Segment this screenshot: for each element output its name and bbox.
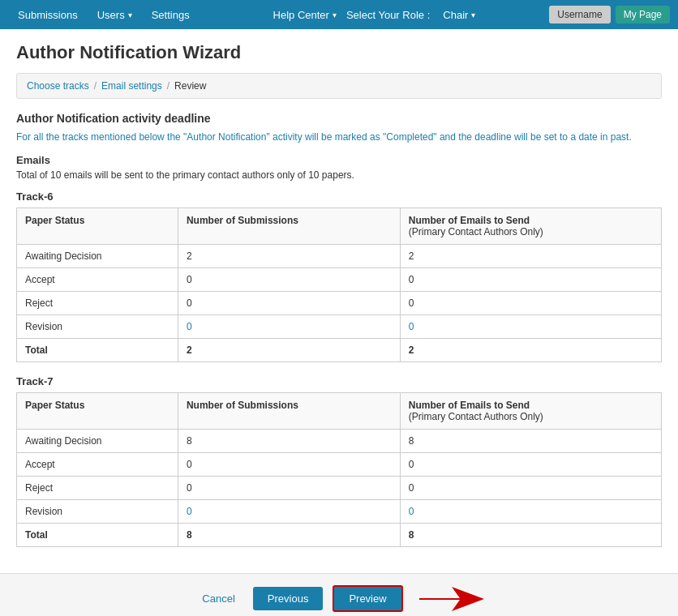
my-page-button[interactable]: My Page (616, 6, 670, 24)
page-title: Author Notification Wizard (16, 42, 662, 63)
track-6-col-emails: Number of Emails to Send(Primary Contact… (400, 208, 661, 245)
svg-marker-0 (419, 587, 484, 611)
table-row: Revision 0 0 (17, 315, 662, 339)
step-choose-tracks[interactable]: Choose tracks (27, 80, 89, 92)
table-row: Accept 0 0 (17, 268, 662, 292)
table-row: Revision 0 0 (17, 500, 662, 524)
nav-help-center[interactable]: Help Center ▾ (264, 0, 346, 29)
step-review: Review (174, 80, 206, 92)
avatar-button[interactable]: Username (549, 6, 610, 24)
step-email-settings[interactable]: Email settings (101, 80, 162, 92)
table-row: Reject 0 0 (17, 292, 662, 315)
activity-deadline-info: For all the tracks mentioned below the "… (16, 130, 662, 144)
table-row-total: Total 8 8 (17, 524, 662, 547)
emails-summary: Total of 10 emails will be sent to the p… (16, 169, 662, 181)
table-row: Accept 0 0 (17, 453, 662, 477)
table-row: Reject 0 0 (17, 477, 662, 500)
nav-submissions[interactable]: Submissions (8, 0, 88, 29)
track-7-col-emails: Number of Emails to Send(Primary Contact… (400, 393, 661, 430)
nav-role-label: Select Your Role : (346, 9, 433, 21)
track-6-col-submissions: Number of Submissions (178, 208, 400, 245)
table-row: Awaiting Decision 8 8 (17, 430, 662, 453)
nav-chair[interactable]: Chair ▾ (433, 0, 485, 29)
track-6-col-status: Paper Status (17, 208, 178, 245)
users-caret-icon: ▾ (128, 11, 132, 19)
page-footer: Cancel Previous Preview (0, 573, 678, 616)
steps-bar: Choose tracks / Email settings / Review (16, 73, 662, 99)
arrow-indicator (419, 587, 484, 611)
navbar: Submissions Users ▾ Settings Help Center… (0, 0, 678, 29)
track-7-table: Paper Status Number of Submissions Numbe… (16, 392, 662, 547)
table-row-total: Total 2 2 (17, 339, 662, 362)
nav-settings[interactable]: Settings (142, 0, 200, 29)
page-content: Author Notification Wizard Choose tracks… (0, 29, 678, 573)
step-sep-1: / (94, 80, 97, 92)
navbar-right: Username My Page (549, 6, 670, 24)
help-caret-icon: ▾ (333, 11, 337, 19)
step-sep-2: / (167, 80, 170, 92)
chair-caret-icon: ▾ (471, 11, 475, 19)
track-7-label: Track-7 (16, 375, 662, 387)
activity-deadline-heading: Author Notification activity deadline (16, 112, 662, 125)
table-row: Awaiting Decision 2 2 (17, 245, 662, 268)
cancel-button[interactable]: Cancel (194, 588, 242, 610)
track-6-label: Track-6 (16, 190, 662, 203)
nav-users[interactable]: Users ▾ (88, 0, 142, 29)
track-6-table: Paper Status Number of Submissions Numbe… (16, 207, 662, 362)
preview-button[interactable]: Preview (333, 585, 402, 612)
track-7-col-submissions: Number of Submissions (178, 393, 400, 430)
previous-button[interactable]: Previous (253, 587, 324, 610)
emails-heading: Emails (16, 154, 662, 166)
track-7-col-status: Paper Status (17, 393, 178, 430)
